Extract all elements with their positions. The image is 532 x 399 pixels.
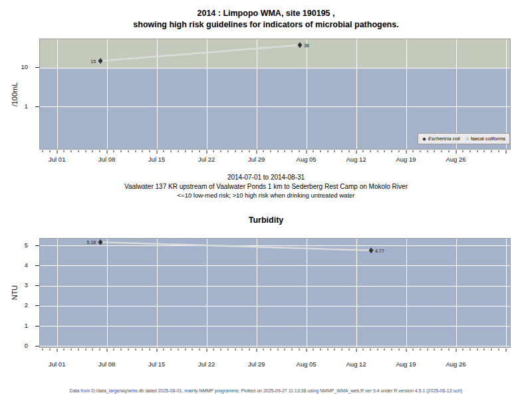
- x-tick-label: Aug 05: [297, 156, 317, 163]
- x-axis-minor-tick: [164, 150, 164, 152]
- x-axis-minor-tick: [377, 150, 378, 152]
- x-axis-major-tick: [356, 150, 356, 154]
- x-axis-minor-tick: [370, 150, 371, 152]
- series-line: [100, 45, 300, 61]
- x-axis-minor-tick: [448, 150, 449, 152]
- x-axis-minor-tick: [463, 348, 464, 350]
- x-axis-minor-tick: [448, 348, 449, 350]
- y-tick-label: 5: [12, 241, 28, 249]
- x-axis-minor-tick: [463, 150, 464, 152]
- x-axis-minor-tick: [427, 348, 428, 350]
- x-axis-minor-tick: [100, 348, 100, 350]
- x-axis-major-tick: [156, 348, 157, 352]
- x-axis-minor-tick: [242, 348, 243, 350]
- x-tick-label: Aug 12: [346, 156, 366, 163]
- point-value-label: 5.18: [86, 240, 96, 245]
- x-axis-minor-tick: [121, 348, 122, 350]
- title-line-1: 2014 : Limpopo WMA, site 190195 ,: [0, 8, 532, 19]
- data-point-marker: [369, 247, 374, 253]
- x-axis-minor-tick: [413, 150, 414, 152]
- x-axis-minor-tick: [477, 348, 477, 350]
- x-axis-minor-tick: [64, 348, 65, 350]
- x-axis-minor-tick: [50, 150, 51, 152]
- turbidity-series-layer: [40, 239, 511, 348]
- x-axis-minor-tick: [178, 348, 178, 350]
- x-axis-minor-tick: [363, 150, 364, 152]
- y-tick-label: 4: [12, 261, 28, 269]
- x-axis-minor-tick: [263, 150, 264, 152]
- x-axis-minor-tick: [334, 150, 335, 152]
- x-axis-minor-tick: [71, 150, 72, 152]
- x-axis-minor-tick: [128, 150, 128, 152]
- x-axis-minor-tick: [327, 150, 328, 152]
- x-axis-minor-tick: [348, 150, 349, 152]
- x-axis-minor-tick: [348, 348, 349, 350]
- x-axis-minor-tick: [128, 348, 128, 350]
- title-line-2: showing high risk guidelines for indicat…: [0, 19, 532, 31]
- x-axis-minor-tick: [121, 150, 122, 152]
- x-axis-minor-tick: [377, 348, 378, 350]
- y-axis-tick: [35, 305, 39, 306]
- y-axis-tick: [35, 245, 39, 246]
- x-axis-minor-tick: [92, 348, 93, 350]
- x-axis-minor-tick: [285, 348, 285, 350]
- x-axis-minor-tick: [249, 348, 249, 350]
- x-axis-minor-tick: [491, 150, 492, 152]
- y-axis-tick: [35, 67, 39, 68]
- x-axis-minor-tick: [263, 348, 264, 350]
- x-axis-minor-tick: [392, 150, 392, 152]
- figure-title: 2014 : Limpopo WMA, site 190195 , showin…: [0, 8, 532, 31]
- x-axis-minor-tick: [85, 150, 86, 152]
- legend-item-ecoli: ◆ Eschericia coli: [422, 136, 460, 142]
- x-axis-minor-tick: [299, 150, 299, 152]
- x-axis-major-tick: [206, 150, 207, 154]
- x-axis-major-tick: [505, 150, 506, 154]
- x-axis-minor-tick: [321, 150, 321, 152]
- x-tick-label: Aug 05: [297, 360, 317, 368]
- legend-label-faecal-coliforms: faecal coliforms: [471, 136, 505, 142]
- x-axis-minor-tick: [392, 348, 392, 350]
- x-axis-major-tick: [206, 348, 207, 352]
- x-axis-minor-tick: [321, 348, 321, 350]
- subtitle-block: 2014-07-01 to 2014-08-31 Vaalwater 137 K…: [0, 173, 532, 200]
- point-value-label: 4.77: [375, 248, 384, 253]
- x-axis-minor-tick: [313, 150, 314, 152]
- x-axis-minor-tick: [342, 348, 342, 350]
- x-axis-minor-tick: [178, 150, 178, 152]
- x-axis-minor-tick: [477, 150, 477, 152]
- x-axis-minor-tick: [277, 348, 278, 350]
- x-axis-minor-tick: [242, 150, 243, 152]
- y-axis-tick: [35, 346, 39, 346]
- y-tick-label: 0: [12, 342, 28, 349]
- x-axis-minor-tick: [398, 348, 399, 350]
- subtitle-site-description: Vaalwater 137 KR upstream of Vaalwater P…: [0, 182, 532, 192]
- x-axis-minor-tick: [384, 348, 385, 350]
- x-axis-major-tick: [406, 348, 406, 352]
- x-axis-minor-tick: [292, 150, 293, 152]
- data-point-marker: [298, 42, 303, 48]
- x-axis-minor-tick: [227, 348, 228, 350]
- x-axis-minor-tick: [442, 150, 442, 152]
- y-axis-tick: [35, 326, 39, 327]
- x-tick-label: Aug 12: [346, 360, 366, 368]
- x-tick-label: Aug 19: [396, 360, 416, 368]
- footer-provenance-text: Data from D:/data_large/wq/wms.db dated …: [0, 388, 532, 393]
- x-axis-minor-tick: [64, 150, 65, 152]
- x-tick-label: Jul 01: [49, 156, 65, 163]
- point-value-label: 15: [90, 59, 96, 63]
- x-tick-label: Jul 29: [248, 156, 265, 163]
- x-axis-major-tick: [356, 348, 356, 352]
- x-axis-minor-tick: [199, 348, 200, 350]
- y-tick-label: 1: [12, 322, 28, 329]
- x-axis-minor-tick: [334, 348, 335, 350]
- x-tick-label: Jul 08: [98, 360, 115, 368]
- turbidity-chart-title: Turbidity: [0, 215, 532, 225]
- legend-label-ecoli: Eschericia coli: [428, 136, 460, 142]
- x-axis-minor-tick: [100, 150, 100, 152]
- x-axis-major-tick: [406, 150, 406, 154]
- y-tick-label: 2: [12, 301, 28, 309]
- x-axis-minor-tick: [135, 348, 136, 350]
- x-axis-minor-tick: [71, 348, 72, 350]
- x-axis-major-tick: [306, 150, 307, 154]
- x-axis-minor-tick: [199, 150, 200, 152]
